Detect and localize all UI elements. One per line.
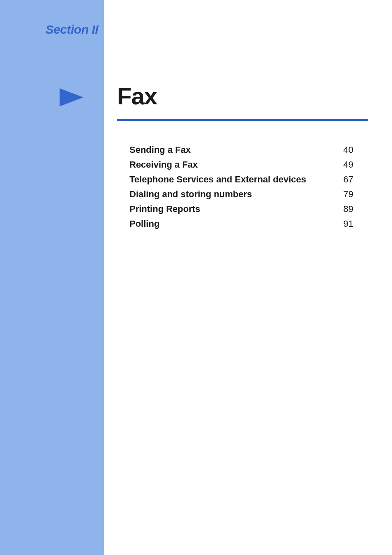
toc-row: Dialing and storing numbers 79: [129, 189, 353, 200]
toc-item-page: 67: [344, 174, 353, 185]
toc-item-title[interactable]: Polling: [129, 219, 159, 229]
toc-item-page: 91: [344, 219, 353, 229]
toc-item-page: 40: [344, 145, 353, 155]
arrow-right-icon: [60, 88, 83, 106]
toc-row: Sending a Fax 40: [129, 145, 353, 155]
toc-item-title[interactable]: Sending a Fax: [129, 145, 191, 155]
toc-row: Polling 91: [129, 219, 353, 229]
toc-item-title[interactable]: Printing Reports: [129, 204, 200, 214]
table-of-contents: Sending a Fax 40 Receiving a Fax 49 Tele…: [129, 145, 353, 233]
toc-item-page: 79: [344, 189, 353, 200]
toc-item-page: 49: [344, 159, 353, 170]
sidebar: Section II: [0, 0, 104, 555]
toc-item-title[interactable]: Receiving a Fax: [129, 159, 198, 170]
toc-item-title[interactable]: Telephone Services and External devices: [129, 174, 306, 185]
toc-row: Receiving a Fax 49: [129, 159, 353, 170]
page-title: Fax: [117, 82, 157, 110]
toc-item-page: 89: [344, 204, 353, 214]
toc-item-title[interactable]: Dialing and storing numbers: [129, 189, 252, 200]
section-label: Section II: [46, 23, 98, 37]
toc-row: Telephone Services and External devices …: [129, 174, 353, 185]
toc-row: Printing Reports 89: [129, 204, 353, 214]
title-underline: [117, 119, 368, 121]
